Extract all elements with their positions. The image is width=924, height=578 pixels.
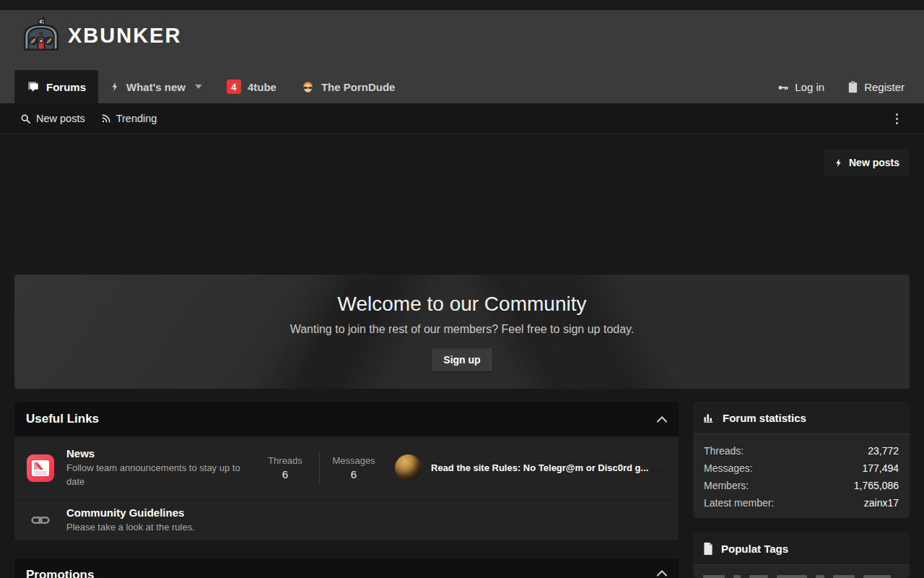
promotions-header[interactable]: Promotions [14,558,679,578]
latest-post: Read the site Rules: No Telegr@m or Disc… [395,454,667,481]
clipboard-icon [847,81,858,93]
register-label: Register [864,81,905,93]
forum-node-info: News Follow team announcements to stay u… [66,447,248,489]
tab-label: Forums [46,81,86,93]
forum-statistics-header[interactable]: Forum statistics [693,402,910,434]
banner-subtitle: Wanting to join the rest of our members?… [14,323,910,336]
banner-title: Welcome to our Community [14,275,910,316]
popular-tags-body [693,565,910,578]
section-title: Populat Tags [721,543,788,555]
stat-value: 1,765,086 [854,480,899,491]
site-header: XBUNKER Forums What's new 4 4tube [0,10,924,103]
popular-tags-header[interactable]: Populat Tags [693,532,910,565]
bunker-logo-icon [22,16,61,55]
register-link[interactable]: Register [847,81,905,93]
promotions-block: Promotions [14,558,679,578]
section-title: Promotions [26,568,94,578]
rss-icon [101,113,111,124]
forum-title[interactable]: Community Guidelines [66,506,248,519]
chevron-up-icon[interactable] [657,416,667,423]
chevron-up-icon[interactable] [657,570,667,577]
link-icon [26,511,55,530]
forum-title[interactable]: News [66,447,248,460]
main-nav: Forums What's new 4 4tube [14,70,407,103]
browser-top-strip [0,0,924,10]
section-title: Useful Links [26,412,99,426]
stat-label: Latest member: [704,497,774,509]
tab-forums[interactable]: Forums [14,70,98,103]
stat-row: Messages: 177,494 [704,460,899,477]
subnav-trending[interactable]: Trending [101,113,157,124]
forum-row-guidelines[interactable]: Community Guidelines Please take a look … [14,500,679,540]
threads-label: Threads [256,455,315,466]
welcome-banner: Welcome to our Community Wanting to join… [14,275,910,389]
stat-value: 177,494 [862,462,899,474]
secondary-nav: New posts Trending [0,103,924,134]
subnav-label: Trending [116,113,157,124]
bar-chart-icon [703,412,715,423]
stat-label: Messages: [704,462,753,474]
forum-node-info: Community Guidelines Please take a look … [66,506,248,535]
useful-links-block: Useful Links News Follow team announceme… [14,402,679,540]
site-logo[interactable]: XBUNKER [22,16,181,55]
porndude-icon [301,80,315,94]
search-icon [20,113,31,124]
avatar[interactable] [395,454,422,481]
forum-stats: Threads 6 Messages 6 [256,452,383,484]
bolt-icon [110,81,120,92]
useful-links-header[interactable]: Useful Links [14,402,679,436]
tab-label: The PornDude [321,81,396,93]
forum-description: Please take a look at the rules. [66,521,248,535]
overflow-menu-icon[interactable] [893,112,901,126]
tab-4tube[interactable]: 4 4tube [214,70,289,103]
messages-count: 6 [324,468,383,480]
chevron-down-icon [195,85,202,90]
new-posts-label: New posts [849,157,899,168]
login-label: Log in [795,81,824,93]
forum-description: Follow team announcements to stay up to … [66,462,248,489]
new-posts-button[interactable]: New posts [824,150,910,176]
section-title: Forum statistics [723,412,806,424]
messages-label: Messages [324,455,383,466]
login-link[interactable]: Log in [777,81,824,93]
document-icon [703,543,713,555]
stat-label: Threads: [704,445,744,457]
forum-row-news[interactable]: News Follow team announcements to stay u… [14,436,679,500]
stat-row: Threads: 23,772 [704,442,899,460]
divider [319,452,320,484]
sign-up-button[interactable]: Sign up [432,348,492,371]
brand-name: XBUNKER [68,24,181,48]
latest-thread-meta: Jun 5, 2024 · ... [655,463,667,473]
stat-row: Latest member: zainx17 [704,494,899,512]
auth-links: Log in Register [777,70,905,103]
forum-statistics-block: Forum statistics Threads: 23,772 Message… [693,402,910,518]
subnav-new-posts[interactable]: New posts [20,113,85,124]
subnav-label: New posts [36,113,85,124]
tab-whats-new[interactable]: What's new [98,70,214,103]
threads-count: 6 [256,468,315,480]
tag-ghost-row [703,575,891,578]
latest-member-link[interactable]: zainx17 [864,497,899,509]
4tube-icon: 4 [227,79,241,94]
stat-row: Members: 1,765,086 [704,477,899,494]
stat-label: Members: [704,480,749,491]
forum-statistics-body: Threads: 23,772 Messages: 177,494 Member… [693,434,910,518]
tab-label: What's new [126,81,186,93]
stat-value: 23,772 [868,445,899,457]
tab-label: 4tube [248,81,276,93]
key-icon [777,81,789,93]
news-icon [26,454,55,483]
latest-thread-link[interactable]: Read the site Rules: No Telegr@m or Disc… [431,462,648,473]
bolt-icon [834,158,843,168]
forums-bubbles-icon [27,80,40,93]
tab-porndude[interactable]: The PornDude [289,70,408,103]
popular-tags-block: Populat Tags [693,532,910,578]
